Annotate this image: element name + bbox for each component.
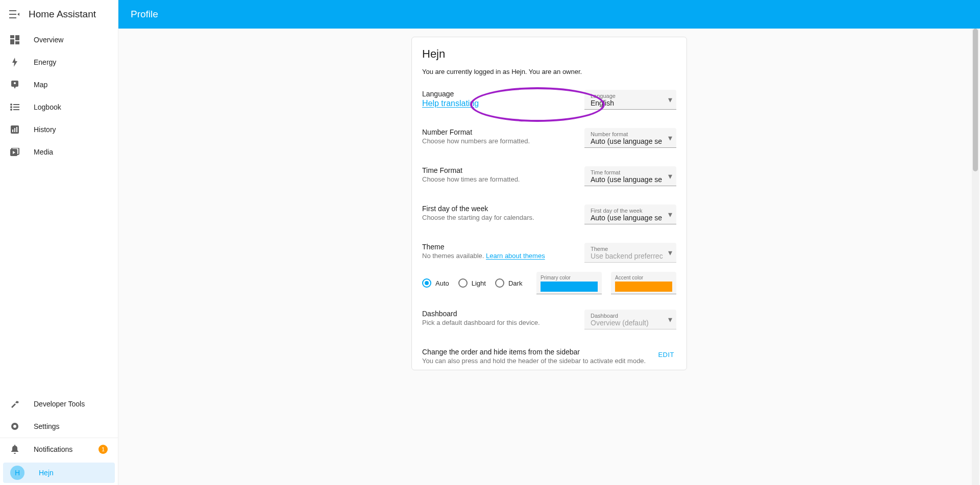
sidebar-item-energy[interactable]: Energy (0, 51, 118, 73)
chevron-down-icon: ▾ (668, 171, 672, 181)
setting-title: First day of the week (422, 205, 574, 213)
select-label: Dashboard (591, 313, 671, 319)
sidebar-item-history[interactable]: History (0, 118, 118, 141)
brand-title: Home Assistant (29, 9, 96, 20)
svg-rect-11 (13, 109, 19, 110)
sidebar-item-settings[interactable]: Settings (0, 415, 118, 438)
setting-desc: You can also press and hold the header o… (422, 357, 648, 365)
setting-title: Change the order and hide items from the… (422, 348, 648, 356)
svg-rect-15 (16, 127, 17, 132)
accent-color-block (615, 282, 672, 292)
nav-tools: Developer Tools Settings (0, 393, 118, 438)
sidebar-item-media[interactable]: Media (0, 141, 118, 163)
theme-mode-row: Auto Light Dark Primary color (422, 272, 676, 294)
setting-title: Number Format (422, 128, 574, 136)
page-title: Profile (131, 9, 158, 20)
theme-mode-dark[interactable]: Dark (495, 278, 522, 288)
map-marker-icon (10, 80, 19, 89)
setting-number-format: Number Format Choose how numbers are for… (422, 128, 676, 148)
sidebar-item-label: Notifications (34, 445, 72, 453)
select-label: Time format (591, 169, 671, 175)
setting-first-day: First day of the week Choose the startin… (422, 205, 676, 224)
setting-title: Theme (422, 243, 574, 251)
chevron-down-icon: ▾ (668, 210, 672, 219)
sidebar-bottom: Notifications 1 H Hejn (0, 438, 118, 485)
setting-title: Language (422, 90, 574, 98)
svg-rect-7 (13, 104, 19, 105)
setting-desc: Choose the starting day for calendars. (422, 214, 574, 221)
logged-in-text: You are currently logged in as Hejn. You… (422, 68, 676, 75)
sidebar-item-label: Media (34, 148, 53, 156)
theme-mode-auto[interactable]: Auto (422, 278, 449, 288)
theme-mode-light[interactable]: Light (458, 278, 486, 288)
play-box-icon (10, 148, 19, 156)
scrollbar-thumb[interactable] (973, 29, 978, 171)
sidebar-item-label: History (34, 125, 56, 134)
chevron-down-icon: ▾ (668, 95, 672, 105)
nav-main: Overview Energy Map Logbook (0, 29, 118, 393)
bolt-icon (10, 58, 19, 67)
setting-desc: Choose how times are formatted. (422, 175, 574, 183)
topbar: Profile (118, 0, 980, 29)
svg-point-10 (10, 109, 12, 111)
time-format-select[interactable]: Time format Auto (use language se ▾ (584, 166, 676, 186)
sidebar-item-label: Energy (34, 58, 56, 66)
list-icon (10, 104, 19, 111)
setting-dashboard: Dashboard Pick a default dashboard for t… (422, 310, 676, 329)
color-label: Primary color (541, 275, 598, 280)
setting-title: Dashboard (422, 310, 574, 318)
main: Profile Hejn You are currently logged in… (118, 0, 980, 485)
select-value: Overview (default) (591, 319, 671, 327)
svg-point-19 (13, 425, 16, 428)
menu-toggle-icon[interactable] (8, 8, 20, 20)
primary-color-block (541, 282, 598, 292)
svg-point-6 (10, 104, 12, 106)
setting-desc: Pick a default dashboard for this device… (422, 319, 574, 326)
svg-rect-9 (13, 107, 19, 108)
accent-color-input[interactable]: Accent color (611, 272, 676, 294)
select-value: Auto (use language se (591, 175, 671, 184)
help-translating-link[interactable]: Help translating (422, 99, 479, 108)
avatar: H (10, 466, 24, 480)
radio-label: Light (472, 279, 486, 287)
first-day-select[interactable]: First day of the week Auto (use language… (584, 205, 676, 224)
dashboard-icon (10, 35, 19, 44)
select-value: Auto (use language se (591, 214, 671, 222)
setting-desc: No themes available. Learn about themes (422, 252, 574, 260)
dashboard-select[interactable]: Dashboard Overview (default) ▾ (584, 310, 676, 329)
radio-icon (422, 278, 431, 288)
theme-select[interactable]: Theme Use backend preferrec ▾ (584, 243, 676, 263)
setting-sidebar-order: Change the order and hide items from the… (422, 348, 676, 365)
primary-color-input[interactable]: Primary color (536, 272, 602, 294)
chevron-down-icon: ▾ (668, 248, 672, 258)
sidebar-item-profile[interactable]: H Hejn (3, 463, 115, 483)
bell-icon (10, 445, 19, 454)
svg-rect-1 (15, 35, 19, 40)
color-label: Accent color (615, 275, 672, 280)
sidebar-item-label: Logbook (34, 103, 61, 111)
select-label: Number format (591, 131, 671, 137)
gear-icon (10, 422, 19, 431)
radio-icon (495, 278, 504, 288)
sidebar-item-logbook[interactable]: Logbook (0, 96, 118, 118)
language-select[interactable]: Language English ▾ (584, 90, 676, 110)
notification-badge: 1 (99, 445, 108, 454)
number-format-select[interactable]: Number format Auto (use language se ▾ (584, 128, 676, 148)
sidebar-item-label: Overview (34, 36, 63, 44)
svg-rect-2 (10, 39, 14, 44)
scrollbar[interactable] (972, 29, 979, 485)
content: Hejn You are currently logged in as Hejn… (118, 29, 980, 485)
svg-point-8 (10, 106, 12, 108)
svg-rect-14 (14, 128, 15, 132)
learn-about-themes-link[interactable]: Learn about themes (486, 252, 545, 260)
sidebar-item-devtools[interactable]: Developer Tools (0, 393, 118, 415)
edit-sidebar-button[interactable]: EDIT (656, 348, 676, 362)
sidebar-item-map[interactable]: Map (0, 73, 118, 96)
sidebar-item-label: Developer Tools (34, 400, 85, 408)
select-value: Use backend preferrec (591, 252, 671, 260)
sidebar-header: Home Assistant (0, 0, 118, 29)
sidebar-item-notifications[interactable]: Notifications 1 (0, 438, 118, 461)
select-label: Language (591, 93, 671, 99)
radio-label: Auto (435, 279, 449, 287)
sidebar-item-overview[interactable]: Overview (0, 29, 118, 51)
